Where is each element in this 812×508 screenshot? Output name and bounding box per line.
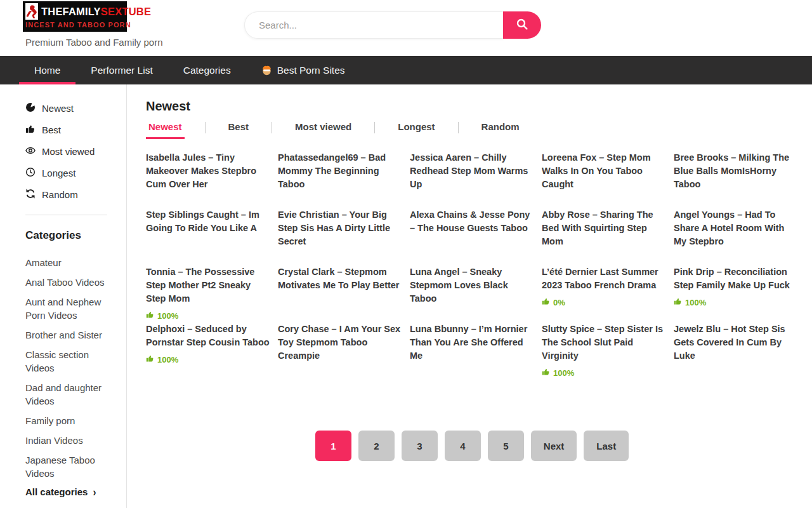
search-button[interactable]: [503, 11, 541, 39]
nav-item-label: Categories: [183, 65, 231, 76]
video-title: Jewelz Blu – Hot Step Sis Gets Covered I…: [674, 323, 798, 363]
sidebar-item-newest[interactable]: Newest: [25, 102, 120, 114]
category-link[interactable]: Dad and daughter Videos: [25, 381, 120, 408]
nav-item-best-porn-sites[interactable]: Best Porn Sites: [246, 56, 360, 84]
random-icon: [25, 189, 36, 201]
tab-separator: [272, 122, 272, 133]
video-card[interactable]: Isabella Jules – Tiny Makeover Makes Ste…: [146, 151, 270, 208]
search-input[interactable]: [244, 11, 503, 39]
sidebar-item-all-categories[interactable]: All categories ›: [25, 486, 120, 497]
rating-value: 100%: [553, 368, 574, 378]
sidebar-item-random[interactable]: Random: [25, 189, 120, 201]
logo-figure-icon: [25, 3, 38, 20]
video-card[interactable]: Luna Angel – Sneaky Stepmom Loves Black …: [410, 265, 534, 323]
video-card[interactable]: Abby Rose – Sharing The Bed With Squirti…: [542, 208, 666, 265]
sidebar-item-label: Random: [42, 189, 78, 200]
page-button-2[interactable]: 2: [358, 431, 395, 461]
sidebar-divider: [25, 215, 107, 215]
rating-value: 100%: [157, 355, 178, 364]
video-card[interactable]: Evie Christian – Your Big Step Sis Has A…: [278, 208, 402, 265]
site-header: THEFAMILYSEXTUBE INCEST AND TABOO PORN P…: [0, 0, 812, 56]
sort-tabs: NewestBestMost viewedLongestRandom: [146, 121, 798, 139]
video-rating: 100%: [146, 354, 270, 364]
page-button-4[interactable]: 4: [445, 431, 481, 461]
video-card[interactable]: Luna Bbunny – I’m Hornier Than You Are S…: [410, 323, 534, 380]
video-card[interactable]: L’été Dernier Last Summer 2023 Taboo Fre…: [542, 265, 666, 323]
tab-longest[interactable]: Longest: [395, 121, 437, 139]
tab-separator: [374, 122, 375, 133]
rating-thumb-icon: [542, 368, 550, 378]
video-card[interactable]: Jewelz Blu – Hot Step Sis Gets Covered I…: [674, 323, 798, 380]
video-card[interactable]: Step Siblings Caught – Im Going To Ride …: [146, 208, 270, 265]
nav-item-home[interactable]: Home: [19, 56, 75, 84]
tab-best[interactable]: Best: [226, 121, 252, 139]
categories-heading: Categories: [25, 229, 120, 242]
nav-item-label: Performer List: [91, 65, 152, 76]
nav-item-label: Best Porn Sites: [277, 65, 345, 76]
site-logo[interactable]: THEFAMILYSEXTUBE INCEST AND TABOO PORN: [23, 1, 127, 32]
sidebar-item-best[interactable]: Best: [25, 124, 120, 136]
video-title: Slutty Spice – Step Sister Is The School…: [542, 323, 666, 363]
tab-separator: [205, 122, 206, 133]
page-button-5[interactable]: 5: [488, 431, 524, 461]
sidebar-item-label: Longest: [42, 168, 75, 178]
logo-subtitle: INCEST AND TABOO PORN: [25, 21, 124, 29]
rating-thumb-icon: [542, 297, 550, 307]
sidebar-item-label: Newest: [42, 103, 74, 114]
video-card[interactable]: Bree Brooks – Milking The Blue Balls Mom…: [674, 151, 798, 208]
logo-title: THEFAMILYSEXTUBE: [41, 6, 151, 18]
video-card[interactable]: Jessica Aaren – Chilly Redhead Step Mom …: [410, 151, 534, 208]
video-title: Crystal Clark – Stepmom Motivates Me To …: [278, 265, 402, 292]
video-card[interactable]: Tonnia – The Possessive Step Mother Pt2 …: [146, 265, 270, 323]
rating-thumb-icon: [146, 311, 154, 321]
eye-icon: [25, 145, 36, 157]
category-link[interactable]: Japanese Taboo Videos: [25, 453, 120, 480]
category-link[interactable]: Amateur: [25, 256, 120, 269]
tab-random[interactable]: Random: [479, 121, 522, 139]
tab-separator: [458, 122, 459, 133]
sidebar-category-list: AmateurAnal Taboo VideosAunt and Nephew …: [25, 256, 120, 480]
category-link[interactable]: Classic section Videos: [25, 348, 120, 375]
sidebar: NewestBestMost viewedLongestRandom Categ…: [0, 84, 127, 508]
video-title: Evie Christian – Your Big Step Sis Has A…: [278, 208, 402, 248]
thumbs-up-icon: [25, 124, 36, 136]
video-title: Luna Bbunny – I’m Hornier Than You Are S…: [410, 323, 534, 363]
nav-item-performer-list[interactable]: Performer List: [75, 56, 167, 84]
video-card[interactable]: Phatassedangel69 – Bad Mommy The Beginni…: [278, 151, 402, 208]
video-card[interactable]: Delphoxi – Seduced by Pornstar Step Cous…: [146, 323, 270, 380]
category-link[interactable]: Brother and Sister: [25, 328, 120, 342]
pagination: 12345NextLast: [146, 431, 798, 461]
sidebar-item-longest[interactable]: Longest: [25, 167, 120, 179]
last-page-button[interactable]: Last: [584, 431, 629, 461]
clock-icon: [25, 167, 36, 179]
video-card[interactable]: Cory Chase – I Am Your Sex Toy Stepmom T…: [278, 323, 402, 380]
page-button-1[interactable]: 1: [315, 431, 351, 461]
video-card[interactable]: Crystal Clark – Stepmom Motivates Me To …: [278, 265, 402, 323]
video-card[interactable]: Angel Youngs – Had To Share A Hotel Room…: [674, 208, 798, 265]
category-link[interactable]: Anal Taboo Videos: [25, 276, 120, 289]
category-link[interactable]: Indian Videos: [25, 434, 120, 447]
video-card[interactable]: Pink Drip – Reconciliation Step Family M…: [674, 265, 798, 323]
rating-thumb-icon: [674, 297, 682, 307]
video-card[interactable]: Alexa Chains & Jesse Pony – The House Gu…: [410, 208, 534, 265]
video-title: Step Siblings Caught – Im Going To Ride …: [146, 208, 270, 235]
video-title: L’été Dernier Last Summer 2023 Taboo Fre…: [542, 265, 666, 292]
category-link[interactable]: Aunt and Nephew Porn Videos: [25, 295, 120, 322]
nav-item-categories[interactable]: Categories: [168, 56, 246, 84]
tab-most-viewed[interactable]: Most viewed: [292, 121, 354, 139]
video-title: Luna Angel – Sneaky Stepmom Loves Black …: [410, 265, 534, 305]
tab-newest[interactable]: Newest: [146, 121, 185, 139]
next-page-button[interactable]: Next: [531, 431, 577, 461]
search-bar: [244, 11, 541, 39]
video-title: Angel Youngs – Had To Share A Hotel Room…: [674, 208, 798, 248]
video-title: Alexa Chains & Jesse Pony – The House Gu…: [410, 208, 534, 235]
newest-icon: [25, 102, 36, 114]
sidebar-item-most-viewed[interactable]: Most viewed: [25, 145, 120, 157]
rating-value: 100%: [157, 311, 178, 321]
page-button-3[interactable]: 3: [402, 431, 438, 461]
category-link[interactable]: Family porn: [25, 414, 120, 427]
video-card[interactable]: Slutty Spice – Step Sister Is The School…: [542, 323, 666, 380]
rating-value: 100%: [685, 298, 706, 307]
video-title: Isabella Jules – Tiny Makeover Makes Ste…: [146, 151, 270, 191]
video-card[interactable]: Loreena Fox – Step Mom Walks In On You T…: [542, 151, 666, 208]
